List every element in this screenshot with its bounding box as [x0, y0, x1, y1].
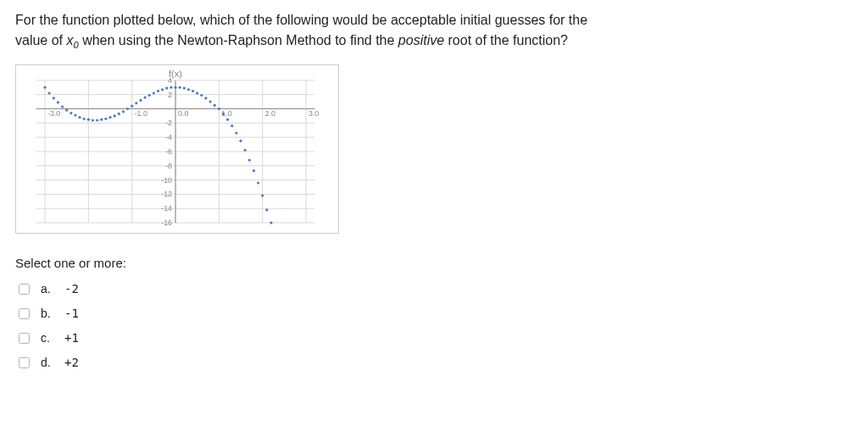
svg-point-78 — [226, 119, 229, 121]
svg-point-63 — [161, 88, 164, 91]
svg-point-56 — [131, 105, 133, 108]
option-c-checkbox[interactable] — [19, 333, 30, 344]
svg-point-64 — [165, 87, 168, 90]
chart-title: f(x) — [169, 69, 182, 79]
question-var: x0 — [66, 33, 78, 47]
svg-point-37 — [48, 91, 51, 94]
svg-point-86 — [261, 195, 264, 197]
question-line2-post: root of the function? — [444, 33, 568, 47]
svg-point-50 — [104, 118, 107, 120]
svg-point-59 — [143, 96, 146, 98]
svg-point-79 — [231, 124, 233, 127]
svg-text:-14: -14 — [161, 204, 172, 213]
svg-text:-10: -10 — [161, 176, 172, 185]
svg-point-39 — [57, 101, 59, 103]
svg-text:-8: -8 — [165, 162, 172, 170]
svg-point-66 — [174, 86, 176, 89]
option-a-value: -2 — [64, 282, 79, 296]
svg-point-36 — [43, 86, 46, 89]
chart-frame: f(x) -3.0-1.00.01.02.03.0 42-2-4-6-8-10-… — [15, 64, 339, 234]
svg-point-84 — [253, 169, 255, 172]
svg-text:3.0: 3.0 — [309, 109, 319, 118]
option-d-checkbox[interactable] — [19, 357, 30, 368]
svg-text:2.0: 2.0 — [265, 109, 275, 118]
question-emph: positive — [398, 33, 444, 47]
svg-point-55 — [126, 108, 129, 110]
svg-point-60 — [148, 94, 151, 97]
svg-point-74 — [209, 101, 211, 103]
question-line1: For the function plotted below, which of… — [15, 13, 587, 27]
svg-point-53 — [118, 113, 120, 115]
svg-point-65 — [170, 86, 172, 89]
svg-text:-6: -6 — [165, 147, 172, 156]
question-text: For the function plotted below, which of… — [15, 10, 853, 52]
svg-point-76 — [218, 108, 220, 110]
svg-point-85 — [257, 181, 259, 184]
option-a: a. -2 — [15, 277, 853, 301]
svg-point-72 — [200, 94, 203, 97]
question-line2-pre: value of — [15, 33, 66, 47]
svg-point-70 — [192, 90, 194, 92]
svg-point-46 — [87, 119, 90, 121]
svg-point-83 — [248, 158, 251, 161]
svg-point-61 — [153, 91, 155, 94]
svg-text:-16: -16 — [161, 218, 172, 227]
svg-text:0.0: 0.0 — [178, 109, 188, 118]
svg-point-88 — [270, 221, 272, 224]
svg-text:-3.0: -3.0 — [47, 109, 60, 118]
svg-point-54 — [122, 110, 125, 113]
svg-point-44 — [79, 116, 81, 119]
svg-point-43 — [74, 113, 76, 116]
option-a-checkbox[interactable] — [19, 284, 30, 295]
svg-point-57 — [135, 102, 137, 104]
svg-text:-2: -2 — [165, 119, 172, 127]
option-c-letter: c. — [41, 331, 56, 345]
option-d-value: +2 — [64, 356, 79, 369]
svg-point-75 — [214, 104, 216, 107]
option-c: c. +1 — [15, 326, 853, 351]
svg-point-71 — [196, 91, 198, 94]
svg-text:-12: -12 — [161, 190, 172, 198]
chart-plot: -3.0-1.00.01.02.03.0 42-2-4-6-8-10-12-14… — [21, 70, 330, 228]
svg-point-69 — [187, 88, 190, 91]
question-line2-mid: when using the Newton-Raphson Method to … — [79, 33, 398, 47]
svg-point-58 — [139, 99, 142, 102]
option-d-letter: d. — [41, 356, 56, 369]
svg-text:2: 2 — [168, 91, 172, 99]
svg-point-52 — [114, 114, 116, 117]
svg-point-42 — [70, 112, 72, 114]
svg-point-38 — [53, 97, 55, 99]
svg-point-80 — [235, 132, 237, 135]
option-b-value: -1 — [64, 307, 79, 320]
svg-point-49 — [100, 119, 103, 121]
svg-point-73 — [204, 97, 207, 99]
option-b-checkbox[interactable] — [19, 308, 30, 319]
select-prompt: Select one or more: — [15, 256, 853, 270]
option-a-letter: a. — [41, 282, 56, 296]
svg-point-51 — [108, 116, 111, 119]
svg-point-68 — [183, 87, 186, 90]
svg-point-77 — [222, 113, 225, 115]
svg-point-48 — [96, 119, 98, 121]
svg-point-41 — [65, 109, 68, 112]
svg-point-81 — [239, 140, 242, 142]
option-c-value: +1 — [64, 331, 79, 345]
svg-point-45 — [83, 118, 86, 120]
svg-point-62 — [157, 90, 159, 92]
svg-point-87 — [265, 208, 268, 211]
svg-point-40 — [61, 105, 64, 108]
svg-point-82 — [244, 149, 247, 152]
options-list: a. -2 b. -1 c. +1 d. +2 — [15, 277, 853, 375]
option-d: d. +2 — [15, 351, 853, 375]
option-b-letter: b. — [41, 307, 56, 320]
svg-text:-1.0: -1.0 — [135, 109, 147, 118]
svg-point-67 — [179, 86, 181, 89]
option-b: b. -1 — [15, 301, 853, 326]
svg-text:-4: -4 — [165, 133, 172, 141]
svg-point-47 — [92, 119, 94, 121]
